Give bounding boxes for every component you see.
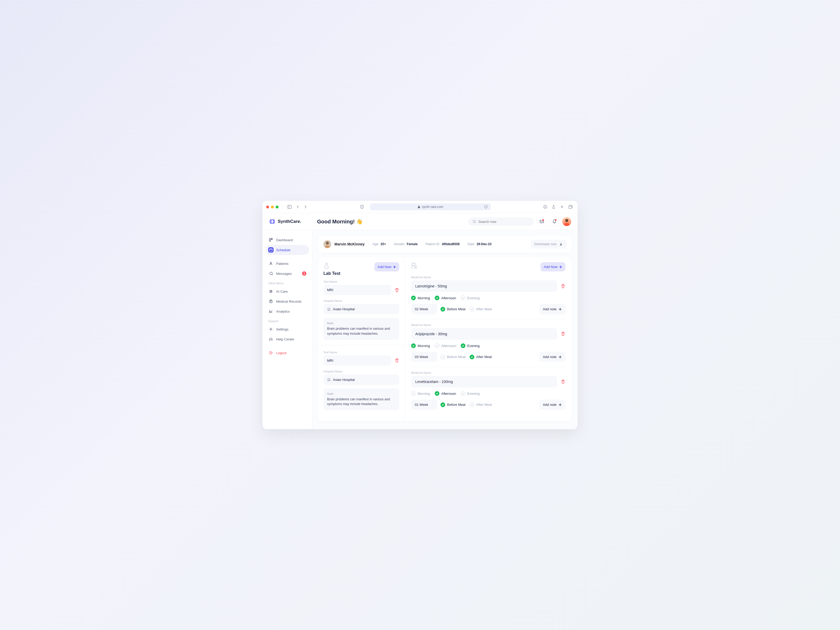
sidebar-item-label: Dashboard — [276, 238, 293, 242]
shield-icon[interactable] — [360, 204, 364, 209]
brand[interactable]: SynthCare. — [269, 218, 313, 225]
rx-add-button[interactable]: Add Now — [540, 262, 565, 272]
medicine-name-input[interactable]: Levetiracetam - 100mg — [411, 376, 557, 387]
sidebar-item-label: Patients — [276, 262, 289, 266]
meal-before-meal[interactable]: Before Meal — [441, 355, 466, 359]
mail-button[interactable] — [537, 217, 546, 226]
download-button[interactable]: Downloads now — [531, 240, 567, 249]
field-label: Hospital Name — [324, 370, 399, 373]
sidebar-item-schedule[interactable]: Schedule — [266, 245, 309, 255]
medicine-name-input[interactable]: Aripiprazole - 30mg — [411, 328, 557, 339]
analytics-icon — [268, 309, 273, 314]
columns: Lab Test Add Now Test Name MRI Hospital … — [318, 257, 572, 421]
medicine-name-input[interactable]: Lamotrigine - 50mg — [411, 280, 557, 292]
search-field[interactable] — [478, 220, 530, 224]
sidebar-item-ai-care[interactable]: AI Care — [266, 286, 309, 296]
daypart-morning[interactable]: Morning — [411, 343, 430, 348]
duration-input[interactable]: 01 Week — [411, 399, 437, 410]
sidebar-item-settings[interactable]: Settings — [266, 324, 309, 334]
note-box[interactable]: Note: Brain problems can manifest in var… — [324, 318, 399, 340]
add-label: Add Now — [544, 265, 557, 269]
trash-icon[interactable] — [561, 379, 565, 384]
add-note-button[interactable]: Add note — [539, 399, 565, 410]
labtest-add-button[interactable]: Add Now — [374, 262, 399, 272]
daypart-afternoon[interactable]: Afternoon — [435, 343, 456, 348]
sidebar-item-label: Messages — [276, 272, 292, 276]
test-name-input[interactable]: MRI — [324, 285, 392, 295]
daypart-afternoon[interactable]: Afternoon — [435, 295, 456, 300]
meal-after-meal[interactable]: After Meal — [470, 403, 492, 407]
medicine-block: Medicine Name Lamotrigine - 50mg Morning… — [411, 276, 565, 319]
ai-icon — [268, 289, 273, 294]
hospital-input[interactable]: Asian Hospital — [324, 374, 399, 385]
back-icon[interactable] — [295, 204, 300, 209]
maximize-window-icon[interactable] — [276, 205, 278, 208]
dashboard-icon — [268, 237, 273, 243]
trash-icon[interactable] — [395, 288, 399, 292]
svg-point-12 — [272, 239, 272, 239]
note-label: Note: — [327, 322, 396, 325]
bell-button[interactable] — [549, 217, 559, 226]
download-icon[interactable] — [543, 204, 548, 209]
note-box[interactable]: Note: Brain problems can manifest in var… — [324, 388, 399, 411]
flask-icon — [324, 262, 341, 269]
daypart-morning[interactable]: Morning — [411, 295, 430, 300]
svg-point-28 — [326, 242, 329, 245]
share-icon[interactable] — [551, 204, 556, 209]
sidebar-item-analytics[interactable]: Analytics — [266, 306, 309, 316]
svg-rect-27 — [272, 339, 273, 341]
url-text: synth care.com — [422, 205, 443, 209]
sidebar-item-medical-records[interactable]: Medical Records — [266, 296, 309, 306]
sidebar-item-patients[interactable]: Patients — [266, 259, 309, 268]
lock-icon — [418, 205, 420, 208]
add-note-button[interactable]: Add note — [539, 352, 565, 362]
test-name-input[interactable]: MRI — [324, 355, 392, 366]
field-label: Test Name — [324, 351, 399, 354]
field-label: Medicine Name — [411, 276, 565, 279]
svg-rect-3 — [418, 207, 420, 208]
logout-button[interactable]: Logout — [266, 348, 309, 358]
meal-before-meal[interactable]: Before Meal — [441, 403, 466, 407]
note-body: Brain problems can manifest in various a… — [327, 397, 396, 407]
duration-input[interactable]: 02 Week — [411, 304, 437, 314]
search-input[interactable] — [468, 217, 534, 226]
close-window-icon[interactable] — [266, 205, 269, 208]
trash-icon[interactable] — [395, 358, 399, 363]
daypart-evening[interactable]: Evening — [461, 295, 480, 300]
patient-avatar — [324, 240, 331, 248]
sidebar-item-label: Medical Records — [276, 300, 302, 303]
field-label: Test Name — [324, 280, 399, 283]
sidebar-item-dashboard[interactable]: Dashboard — [266, 235, 309, 245]
tabs-icon[interactable] — [568, 204, 573, 209]
sidebar-item-messages[interactable]: Messages 5 — [266, 268, 309, 278]
daypart-evening[interactable]: Evening — [461, 391, 480, 396]
patient-id: Patient ID:#85ded8558 — [426, 242, 459, 246]
svg-rect-9 — [269, 238, 271, 240]
url-bar[interactable]: synth care.com — [370, 204, 491, 210]
forward-icon[interactable] — [303, 204, 308, 209]
note-label: Note: — [327, 392, 396, 395]
meal-after-meal[interactable]: After Meal — [470, 307, 492, 312]
window-controls — [266, 205, 278, 208]
minimize-window-icon[interactable] — [271, 205, 274, 208]
daypart-afternoon[interactable]: Afternoon — [435, 391, 456, 396]
reload-icon[interactable] — [483, 204, 488, 209]
daypart-evening[interactable]: Evening — [461, 343, 480, 348]
labtest-column: Lab Test Add Now Test Name MRI Hospital … — [318, 257, 405, 421]
messages-badge: 5 — [302, 272, 306, 276]
daypart-morning[interactable]: Morning — [411, 391, 430, 396]
user-avatar[interactable] — [562, 217, 571, 226]
hospital-input[interactable]: Asian Hospital — [324, 304, 399, 314]
sidebar-item-label: Settings — [276, 327, 289, 331]
download-icon — [559, 242, 563, 246]
trash-icon[interactable] — [561, 284, 565, 289]
sidebar-icon[interactable] — [287, 204, 292, 209]
meal-after-meal[interactable]: After Meal — [470, 355, 492, 359]
new-tab-icon[interactable] — [560, 204, 564, 209]
add-note-button[interactable]: Add note — [539, 304, 565, 314]
meal-before-meal[interactable]: Before Meal — [441, 307, 466, 312]
field-label: Medicine Name — [411, 324, 565, 327]
trash-icon[interactable] — [561, 332, 565, 336]
sidebar-item-help-center[interactable]: Help Center — [266, 334, 309, 344]
duration-input[interactable]: 03 Week — [411, 352, 437, 362]
